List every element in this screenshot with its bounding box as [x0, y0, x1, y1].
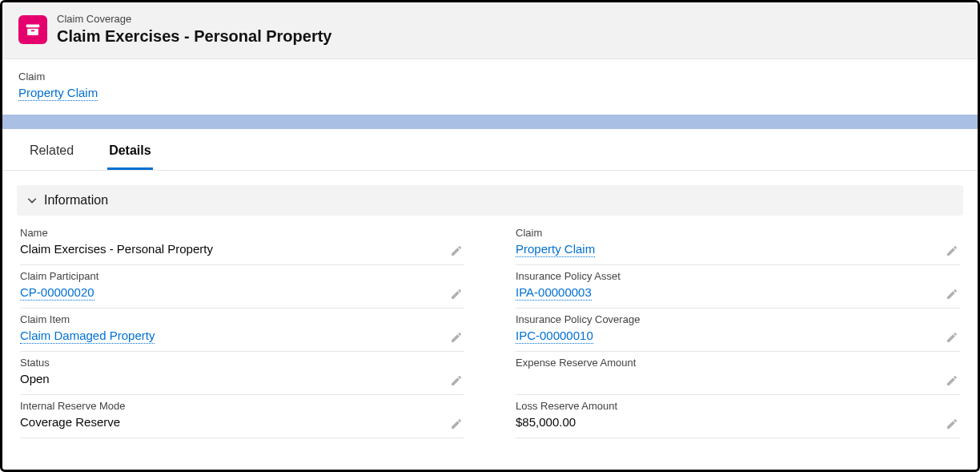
field-value: CP-00000020	[20, 285, 464, 301]
chevron-down-icon	[26, 195, 38, 206]
tab-details[interactable]: Details	[107, 129, 152, 170]
highlight-claim-label: Claim	[18, 71, 962, 83]
pencil-icon[interactable]	[450, 244, 464, 258]
tab-related[interactable]: Related	[28, 129, 75, 170]
field-row: Claim ItemClaim Damaged Property	[20, 309, 464, 352]
field-row: Claim ParticipantCP-00000020	[20, 265, 464, 309]
field-value: $85,000.00	[516, 415, 960, 431]
pencil-icon[interactable]	[946, 287, 960, 301]
box-icon	[24, 21, 42, 38]
field-value: Claim Damaged Property	[20, 329, 464, 345]
pencil-icon[interactable]	[946, 417, 960, 431]
field-label: Insurance Policy Asset	[516, 270, 960, 282]
field-grid: NameClaim Exercises - Personal PropertyC…	[17, 222, 963, 438]
field-row: StatusOpen	[20, 352, 464, 395]
field-value: Property Claim	[516, 242, 960, 258]
field-row: ClaimProperty Claim	[516, 222, 960, 265]
section-title: Information	[44, 193, 108, 208]
field-label: Claim	[516, 227, 960, 239]
field-row: Internal Reserve ModeCoverage Reserve	[20, 395, 464, 438]
svg-rect-1	[27, 29, 38, 35]
record-page: Claim Coverage Claim Exercises - Persona…	[0, 0, 980, 472]
field-row: Insurance Policy CoverageIPC-00000010	[516, 309, 960, 352]
field-label: Insurance Policy Coverage	[516, 313, 960, 325]
claim-coverage-icon	[18, 15, 47, 44]
record-title: Claim Exercises - Personal Property	[57, 26, 332, 46]
pencil-icon[interactable]	[946, 373, 960, 388]
field-value: IPA-00000003	[516, 285, 960, 301]
accent-band	[2, 115, 978, 129]
svg-rect-2	[31, 30, 35, 31]
field-value-link[interactable]: IPA-00000003	[516, 285, 592, 301]
highlights-panel: Claim Property Claim	[2, 59, 978, 115]
section-header-information[interactable]: Information	[17, 185, 963, 216]
field-label: Name	[20, 227, 464, 239]
details-panel: Information NameClaim Exercises - Person…	[17, 185, 963, 438]
field-row: NameClaim Exercises - Personal Property	[20, 222, 464, 265]
field-value: IPC-00000010	[516, 329, 960, 345]
field-label: Claim Item	[20, 313, 464, 325]
field-value-link[interactable]: Property Claim	[516, 242, 595, 257]
field-value	[516, 372, 960, 388]
field-value-link[interactable]: CP-00000020	[20, 285, 94, 301]
object-label: Claim Coverage	[57, 13, 332, 26]
field-label: Expense Reserve Amount	[516, 357, 960, 369]
field-value: Claim Exercises - Personal Property	[20, 242, 464, 258]
field-value: Open	[20, 372, 464, 388]
pencil-icon[interactable]	[946, 330, 960, 345]
right-column: ClaimProperty ClaimInsurance Policy Asse…	[516, 222, 960, 438]
pencil-icon[interactable]	[450, 417, 464, 431]
svg-rect-0	[26, 25, 40, 28]
pencil-icon[interactable]	[450, 373, 464, 388]
left-column: NameClaim Exercises - Personal PropertyC…	[20, 222, 464, 438]
field-row: Loss Reserve Amount$85,000.00	[516, 395, 960, 438]
field-label: Claim Participant	[20, 270, 464, 282]
field-row: Expense Reserve Amount	[516, 352, 960, 395]
field-value-link[interactable]: IPC-00000010	[516, 329, 593, 344]
field-value: Coverage Reserve	[20, 415, 464, 431]
field-label: Status	[20, 357, 464, 369]
pencil-icon[interactable]	[450, 287, 464, 301]
record-header: Claim Coverage Claim Exercises - Persona…	[2, 2, 978, 59]
highlight-claim-link[interactable]: Property Claim	[18, 86, 98, 101]
pencil-icon[interactable]	[946, 244, 960, 258]
field-value-link[interactable]: Claim Damaged Property	[20, 329, 155, 344]
field-row: Insurance Policy AssetIPA-00000003	[516, 265, 960, 309]
tabset: Related Details	[2, 129, 978, 171]
field-label: Internal Reserve Mode	[20, 400, 464, 412]
pencil-icon[interactable]	[450, 330, 464, 345]
field-label: Loss Reserve Amount	[516, 400, 960, 412]
